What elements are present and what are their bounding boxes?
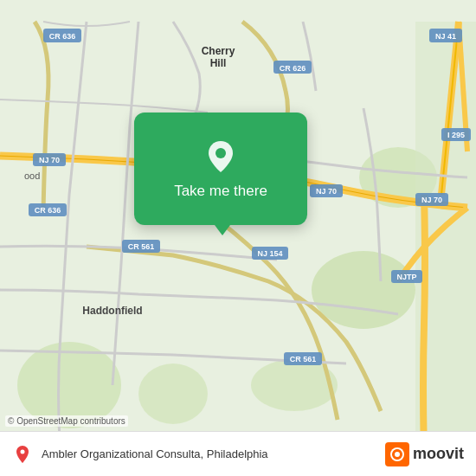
svg-text:NJ 41: NJ 41	[435, 32, 456, 41]
svg-text:CR 561: CR 561	[290, 355, 317, 363]
svg-text:NJ 70: NJ 70	[421, 196, 442, 204]
svg-text:CR 626: CR 626	[280, 64, 306, 73]
map-container: CR 636 NJ 41 NJ 70 CR 626 CR 62 NJ 70 NJ…	[0, 0, 476, 476]
svg-point-1	[312, 251, 415, 329]
svg-text:NJ 70: NJ 70	[316, 187, 337, 196]
popup-card[interactable]: Take me there	[134, 113, 307, 225]
svg-text:CR 636: CR 636	[35, 206, 61, 215]
bottom-location-icon	[12, 444, 33, 465]
svg-text:NJ 154: NJ 154	[257, 249, 282, 258]
svg-text:ood: ood	[24, 170, 40, 181]
svg-point-42	[395, 452, 400, 457]
svg-point-38	[215, 148, 226, 158]
location-name: Ambler Organizational Consulta, Philadel…	[42, 447, 385, 460]
moovit-logo-icon	[385, 442, 409, 466]
take-me-there-label: Take me there	[174, 183, 267, 200]
svg-text:Cherry: Cherry	[202, 45, 235, 57]
svg-text:Haddonfield: Haddonfield	[82, 305, 142, 317]
map-background: CR 636 NJ 41 NJ 70 CR 626 CR 62 NJ 70 NJ…	[0, 0, 476, 476]
svg-text:NJ 70: NJ 70	[39, 156, 60, 164]
popup-tail	[212, 222, 233, 235]
svg-text:CR 636: CR 636	[49, 32, 76, 41]
svg-text:NJTP: NJTP	[396, 273, 416, 281]
moovit-wordmark: moovit	[413, 445, 464, 463]
map-svg: CR 636 NJ 41 NJ 70 CR 626 CR 62 NJ 70 NJ…	[0, 0, 476, 476]
moovit-logo: moovit	[385, 442, 464, 466]
svg-text:CR 561: CR 561	[128, 242, 155, 251]
svg-point-39	[21, 449, 25, 453]
svg-text:Hill: Hill	[210, 57, 227, 69]
svg-text:I 295: I 295	[447, 131, 465, 139]
copyright-text: © OpenStreetMap contributors	[5, 415, 128, 427]
bottom-bar: Ambler Organizational Consulta, Philadel…	[0, 431, 476, 476]
svg-point-6	[138, 363, 208, 424]
location-pin-icon	[202, 138, 240, 176]
